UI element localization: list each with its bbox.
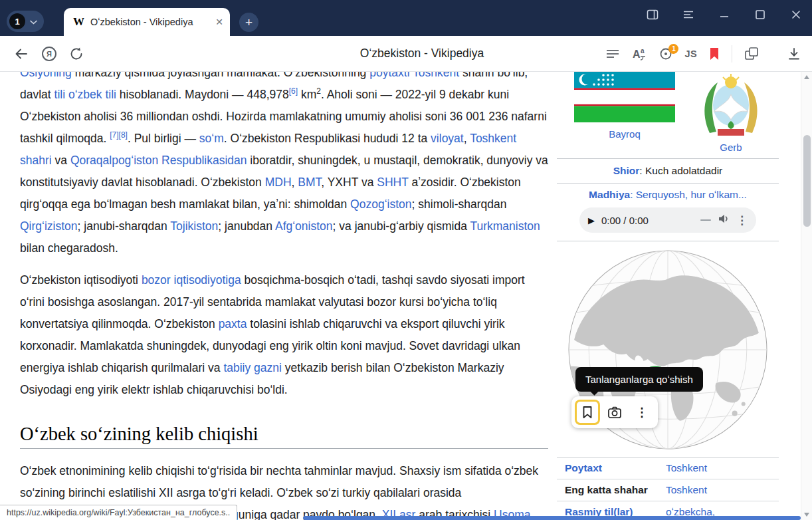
infobox-table: PoytaxtToshkentEng katta shaharToshkentR… (557, 457, 779, 520)
infobox-row-value[interactable]: Toshkent (666, 462, 707, 474)
flag-caption-link[interactable]: Bayroq (574, 128, 675, 140)
collections-icon[interactable] (744, 46, 760, 62)
article-link[interactable]: SHHT (377, 176, 408, 189)
article-link[interactable]: Turkmaniston (470, 219, 540, 233)
download-icon[interactable] (787, 47, 801, 61)
titlebar: 1 W Oʻzbekiston - Vikipediya ✕ + (0, 0, 812, 36)
seek-bar[interactable] (700, 219, 711, 221)
emblem-caption-link[interactable]: Gerb (695, 142, 767, 153)
player-menu-icon[interactable]: ⋮ (736, 213, 748, 227)
toolbar: Я uz.wikipedia.org Oʻzbekiston - Vikiped… (0, 36, 812, 72)
menu-icon[interactable] (680, 7, 696, 23)
reload-button[interactable] (69, 47, 84, 61)
article-text: ; janubi-sharqdan (78, 219, 171, 233)
tooltip-text: Tanlanganlarga qoʻshish (585, 374, 693, 385)
infobox-row: Eng katta shaharToshkent (557, 479, 779, 501)
infobox: Bayroq Gerb (557, 72, 779, 520)
article-link[interactable]: paxta (219, 317, 247, 330)
article-paragraph: Oʻzbekiston iqtisodiyoti bozor iqtisodiy… (20, 269, 548, 401)
article-text: ; janubdan (218, 219, 275, 233)
close-window-button[interactable] (788, 7, 804, 23)
extension-badge: 1 (668, 44, 678, 54)
article-text: , (292, 176, 298, 189)
yandex-button[interactable]: Я (42, 47, 56, 61)
page-content: Osiyoning markaziy qismida joylashgan ma… (0, 72, 801, 520)
sidebar-panel-icon[interactable] (645, 7, 660, 23)
chevron-down-icon (30, 15, 37, 27)
save-to-favorites-button[interactable] (575, 400, 600, 425)
article-link[interactable]: bozor iqtisodiyotiga (142, 273, 241, 287)
vertical-scrollbar-thumb[interactable] (803, 135, 811, 227)
article-text: ; shimoli-sharqdan (412, 197, 507, 211)
motto-link[interactable]: Shior (613, 165, 640, 176)
article-text: . Pul birligi — (128, 132, 199, 145)
window-controls (645, 4, 804, 25)
article-link[interactable]: Qozogʻiston (350, 197, 411, 211)
js-toggle[interactable]: JS (684, 49, 697, 59)
scroll-up-arrow[interactable] (804, 75, 809, 79)
volume-icon[interactable] (718, 213, 730, 227)
tab-group-button[interactable]: 1 (7, 11, 44, 32)
reader-mode-icon[interactable] (605, 47, 620, 61)
article-text: Oʻzbekiston iqtisodiyoti (20, 273, 142, 287)
anthem-link[interactable]: Madhiya (589, 189, 630, 200)
article: Osiyoning markaziy qismida joylashgan ma… (20, 72, 548, 520)
audio-time: 0:00 / 0:00 (601, 215, 649, 226)
infobox-row-label[interactable]: Poytaxt (557, 462, 666, 474)
anthem-title-link[interactable]: : Serquyosh, hur oʻlkam... (630, 189, 747, 200)
new-tab-button[interactable]: + (239, 13, 258, 32)
article-link[interactable]: MDH (265, 176, 292, 189)
anthem-row: Madhiya: Serquyosh, hur oʻlkam... ▶ 0:00… (557, 184, 779, 241)
infobox-row-label: Eng katta shahar (557, 484, 666, 496)
horizontal-scrollbar-thumb[interactable] (303, 516, 801, 520)
tooltip: Tanlanganlarga qoʻshish (575, 367, 703, 392)
article-text: ; va janubi-gʻarbiy qismida (333, 219, 470, 233)
article-text: , (464, 132, 470, 145)
article-link[interactable]: Qirgʻiziston (20, 219, 78, 233)
article-paragraph: Osiyoning markaziy qismida joylashgan ma… (20, 72, 548, 259)
article-link[interactable]: Osiyoning (20, 72, 72, 79)
article-link[interactable]: [7][8] (110, 130, 128, 140)
article-text: km (298, 88, 316, 101)
article-text: va (52, 154, 70, 167)
article-link[interactable]: BMT (298, 176, 321, 189)
infobox-row-value[interactable]: Toshkent (666, 484, 707, 496)
translate-icon[interactable]: Aa (631, 46, 647, 62)
section-heading: Oʻzbek soʻzining kelib chiqishi (20, 424, 548, 449)
vertical-scrollbar[interactable] (801, 72, 812, 520)
extension-icon[interactable]: 1 (659, 47, 673, 61)
article-link[interactable]: [6] (289, 86, 298, 96)
maximize-button[interactable] (752, 7, 768, 23)
wikipedia-favicon: W (73, 15, 84, 29)
status-bar: https://uz.wikipedia.org/wiki/Fayl:Узбек… (0, 505, 237, 520)
article-link[interactable]: Afgʻoniston (275, 219, 333, 233)
article-link[interactable]: poytaxti Toshkent (369, 72, 459, 79)
scroll-down-arrow[interactable] (804, 513, 809, 517)
article-text: , YXHT va (321, 176, 377, 189)
article-link[interactable]: Qoraqalpogʻiston Respublikasidan (70, 154, 247, 167)
more-actions-icon[interactable]: ⋮ (629, 400, 655, 425)
active-tab[interactable]: W Oʻzbekiston - Vikipediya ✕ (64, 8, 230, 36)
svg-text:a: a (641, 47, 645, 55)
status-url: https://uz.wikipedia.org/wiki/Fayl:Узбек… (7, 508, 230, 517)
article-text: . Oʻzbekiston Respublikasi hududi 12 ta (224, 132, 431, 145)
screenshot-icon[interactable] (602, 400, 627, 425)
minimize-button[interactable] (716, 7, 732, 23)
tab-close-icon[interactable]: ✕ (215, 17, 223, 27)
uzbekistan-emblem-image[interactable] (695, 126, 767, 138)
article-link[interactable]: tabiiy gazni (223, 361, 282, 374)
yandex-letter: Я (42, 47, 56, 61)
infobox-images: Bayroq Gerb (557, 72, 779, 159)
tab-group-count: 1 (9, 13, 25, 29)
article-link[interactable]: soʻm (199, 132, 224, 145)
audio-player: ▶ 0:00 / 0:00 ⋮ (579, 207, 756, 233)
uzbekistan-flag-image[interactable] (574, 113, 675, 124)
article-link[interactable]: Tojikiston (170, 219, 218, 233)
bookmark-icon[interactable] (708, 47, 720, 61)
article-text: markaziy qismida joylashgan mamlakat. Oʻ… (72, 72, 369, 79)
back-button[interactable] (13, 46, 29, 62)
article-link[interactable]: tili oʻzbek tili (54, 88, 116, 101)
play-button[interactable]: ▶ (588, 215, 595, 225)
tab-title: Oʻzbekiston - Vikipediya (90, 17, 211, 27)
article-link[interactable]: viloyat (431, 132, 464, 145)
